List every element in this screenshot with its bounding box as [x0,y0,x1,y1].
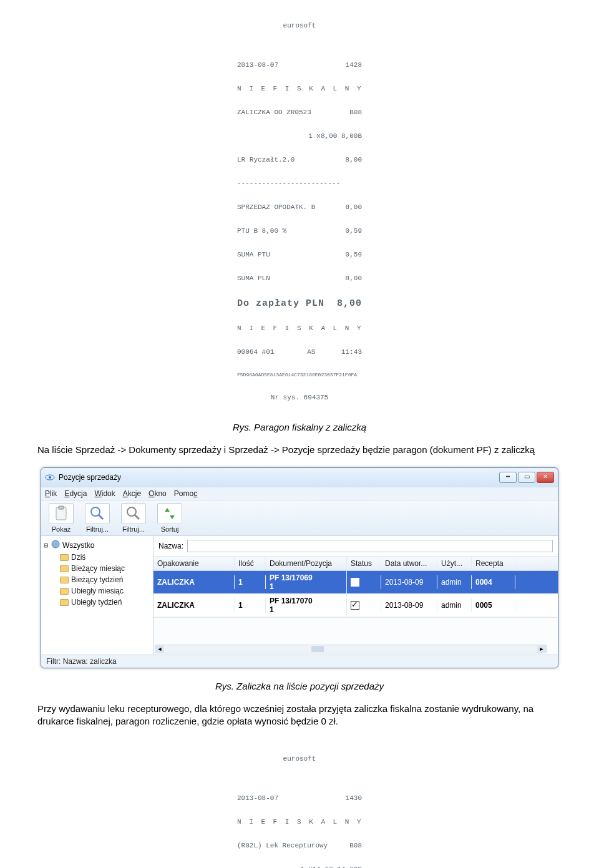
receipt-ryczalt: LR Ryczałt.2.0 [237,156,295,164]
col-status[interactable]: Status [347,557,381,570]
statusbar: Filtr: Nazwa: zaliczka [41,655,558,668]
figure-caption-2: Rys. Zaliczka na liście pozycji sprzedaż… [37,681,562,691]
receipt-hash: F5D98A6AD5E813AE614C732186E023037F21F6FA [237,372,362,378]
receipt-qty-price: 1 x14,60 14,60B [300,866,362,868]
toolbar: Pokaż Filtruj... Filtruj... Sortuj [41,500,558,536]
folder-icon [60,588,69,595]
menu-akcje[interactable]: Akcje [123,489,141,498]
paragraph-2: Przy wydawaniu leku recepturowego, dla k… [37,703,562,728]
menu-okno[interactable]: Okno [149,489,167,498]
cell-status [347,575,381,590]
cell-recepta: 0005 [472,598,515,612]
folder-icon [60,599,69,606]
tree-root[interactable]: ⊟ Wszystko [44,540,150,550]
receipt-brand: eurosoft [237,22,362,30]
niefiskalny-label: N I E F I S K A L N Y [237,818,362,826]
svg-point-6 [127,507,136,516]
tree-item-biezacy-tydzien[interactable]: Bieżący tydzień [44,574,150,585]
clipboard-icon [49,503,74,524]
magnifier-icon [121,503,146,524]
cell-recepta: 0004 [472,575,515,589]
receipt-sumaptu: SUMA PTU [237,251,270,259]
toolbar-label: Filtruj... [117,525,150,533]
data-grid: Opakowanie Ilość Dokument/Pozycja Status… [153,557,558,617]
cell-status [347,598,381,613]
cell-ilosc: 1 [235,598,266,612]
cell-uzyt: admin [437,575,472,589]
receipt-total: Do zapłaty PLN 8,00 [237,298,362,309]
toolbar-label: Sortuj [153,525,186,533]
receipt-1: eurosoft 2013-08-071428 N I E F I S K A … [237,6,362,409]
cell-data: 2013-08-09 [381,575,437,589]
menu-pomoc[interactable]: Pomoc [174,489,197,498]
globe-icon [51,540,60,550]
maximize-button[interactable]: ▭ [518,472,535,483]
titlebar[interactable]: Pozycje sprzedaży ━ ▭ ✕ [41,468,558,487]
toolbar-filtruj-1[interactable]: Filtruj... [81,503,114,533]
receipt-date: 2013-08-07 [237,794,278,802]
cell-ilosc: 1 [235,575,266,589]
receipt-brand: eurosoft [237,755,362,763]
svg-line-5 [99,515,103,519]
minimize-button[interactable]: ━ [499,472,517,483]
paragraph-1: Na liście Sprzedaż -> Dokumenty sprzedaż… [37,444,562,456]
sort-arrows-icon [157,503,182,524]
menu-edycja[interactable]: Edycja [64,489,87,498]
niefiskalny-label-2: N I E F I S K A L N Y [237,324,362,333]
grid-header[interactable]: Opakowanie Ilość Dokument/Pozycja Status… [153,557,558,571]
svg-line-7 [135,515,139,519]
checkbox-checked-icon [351,601,359,610]
close-button[interactable]: ✕ [537,472,554,483]
receipt-item-name: (R02L) Lek Recepturowy [237,842,328,850]
col-recepta[interactable]: Recepta [472,557,515,570]
collapse-icon[interactable]: ⊟ [44,542,49,549]
toolbar-pokaz[interactable]: Pokaż [45,503,77,533]
tree-item-ubiegly-miesiac[interactable]: Ubiegły miesiąc [44,585,150,597]
col-uzyt[interactable]: Użyt... [437,557,472,570]
svg-rect-3 [59,506,64,509]
receipt-2: eurosoft 2013-08-071430 N I E F I S K A … [237,739,362,868]
receipt-qty-price: 1 x8,00 8,00B [308,132,362,140]
col-data[interactable]: Data utwor... [381,557,437,570]
tree-root-label: Wszystko [62,541,94,550]
figure-caption-1: Rys. Paragon fiskalny z zaliczką [37,422,562,432]
receipt-ryczalt-val: 8,00 [346,156,362,164]
filter-input[interactable] [187,540,553,552]
toolbar-label: Filtruj... [81,525,114,533]
cell-opakowanie: ZALICZKA [153,575,235,589]
menubar: Plik Edycja Widok Akcje Okno Pomoc [41,487,558,500]
receipt-time: 11:43 [341,348,362,356]
svg-point-1 [49,476,51,479]
tree-item-ubiegly-tydzien[interactable]: Ubiegły tydzień [44,597,150,608]
cell-dokument: PF 13/170691 [266,571,347,593]
receipt-nrsys: Nr sys. 694375 [237,394,362,402]
col-dokument[interactable]: Dokument/Pozycja [266,557,347,570]
receipt-sumapln: SUMA PLN [237,275,270,283]
horizontal-scrollbar[interactable]: ◄ ► [155,645,547,653]
cell-data: 2013-08-09 [381,598,437,612]
menu-widok[interactable]: Widok [94,489,115,498]
tree-item-biezacy-miesiac[interactable]: Bieżący miesiąc [44,563,150,574]
niefiskalny-label: N I E F I S K A L N Y [237,85,362,93]
menu-plik[interactable]: Plik [45,489,57,498]
col-opakowanie[interactable]: Opakowanie [153,557,235,570]
grid-row[interactable]: ZALICZKA 1 PF 13/170691 2013-08-09 admin… [153,571,558,594]
cell-opakowanie: ZALICZKA [153,598,235,612]
receipt-item-name: ZALICZKA DO ZR0523 [237,109,311,117]
folder-icon [60,554,69,561]
cell-dokument: PF 13/170701 [266,594,347,617]
folder-icon [60,565,69,572]
app-icon [45,472,55,482]
scroll-left-arrow-icon[interactable]: ◄ [155,645,164,653]
toolbar-filtruj-2[interactable]: Filtruj... [117,503,150,533]
scroll-right-arrow-icon[interactable]: ► [537,645,546,653]
grid-row[interactable]: ZALICZKA 1 PF 13/170701 2013-08-09 admin… [153,594,558,617]
grid-footer: ◄ ► [153,617,558,655]
scroll-thumb[interactable] [311,646,324,652]
toolbar-label: Pokaż [45,525,77,533]
svg-point-8 [52,540,59,548]
tree-item-dzis[interactable]: Dziś [44,552,150,563]
col-ilosc[interactable]: Ilość [235,557,266,570]
toolbar-sortuj[interactable]: Sortuj [153,503,186,533]
receipt-ptu: PTU B 8,00 % [237,227,286,235]
